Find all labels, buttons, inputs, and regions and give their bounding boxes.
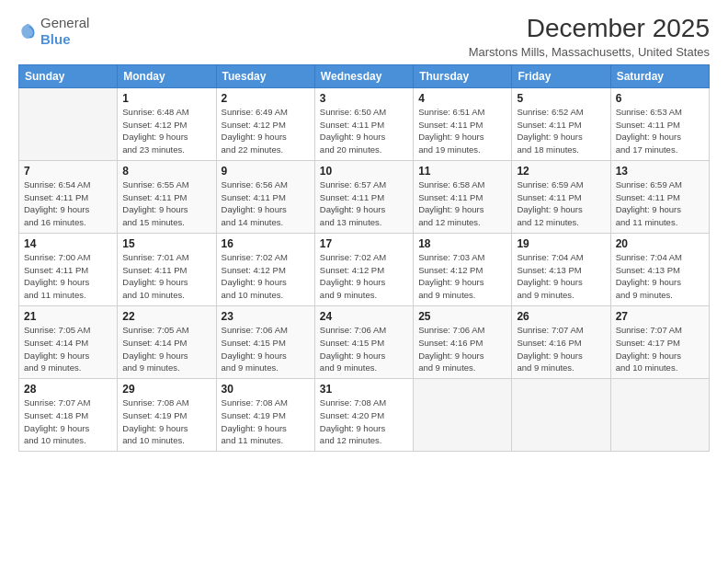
calendar-cell: 4Sunrise: 6:51 AM Sunset: 4:11 PM Daylig… (414, 87, 512, 160)
day-number: 17 (320, 237, 408, 250)
day-info: Sunrise: 6:49 AM Sunset: 4:12 PM Dayligh… (222, 106, 310, 156)
calendar-cell: 22Sunrise: 7:05 AM Sunset: 4:14 PM Dayli… (118, 305, 216, 378)
calendar-cell: 10Sunrise: 6:57 AM Sunset: 4:11 PM Dayli… (314, 160, 413, 233)
day-number: 6 (616, 92, 704, 105)
calendar-cell: 9Sunrise: 6:56 AM Sunset: 4:11 PM Daylig… (216, 160, 314, 233)
title-section: December 2025 Marstons Mills, Massachuse… (469, 15, 710, 59)
calendar-cell (610, 379, 709, 452)
day-number: 9 (222, 165, 310, 178)
day-number: 24 (320, 310, 408, 323)
calendar-header-sunday: Sunday (19, 64, 118, 87)
calendar-cell: 29Sunrise: 7:08 AM Sunset: 4:19 PM Dayli… (118, 379, 216, 452)
calendar-cell: 28Sunrise: 7:07 AM Sunset: 4:18 PM Dayli… (19, 379, 118, 452)
day-info: Sunrise: 6:58 AM Sunset: 4:11 PM Dayligh… (418, 178, 506, 229)
page: General Blue December 2025 Marstons Mill… (0, 0, 728, 563)
day-number: 5 (517, 92, 605, 105)
day-number: 29 (122, 383, 210, 396)
calendar-cell: 3Sunrise: 6:50 AM Sunset: 4:11 PM Daylig… (314, 87, 413, 160)
calendar-week-1: 1Sunrise: 6:48 AM Sunset: 4:12 PM Daylig… (19, 87, 710, 160)
calendar-cell: 6Sunrise: 6:53 AM Sunset: 4:11 PM Daylig… (610, 87, 709, 160)
calendar-header-saturday: Saturday (610, 64, 709, 87)
calendar-header-friday: Friday (512, 64, 610, 87)
day-info: Sunrise: 6:57 AM Sunset: 4:11 PM Dayligh… (320, 178, 408, 229)
logo-text-blue: Blue (40, 31, 71, 47)
calendar-header-tuesday: Tuesday (216, 64, 314, 87)
day-number: 4 (418, 92, 506, 105)
day-number: 13 (616, 165, 704, 178)
day-number: 18 (418, 237, 506, 250)
calendar-cell: 26Sunrise: 7:07 AM Sunset: 4:16 PM Dayli… (512, 305, 610, 378)
calendar-cell: 14Sunrise: 7:00 AM Sunset: 4:11 PM Dayli… (19, 233, 118, 305)
day-info: Sunrise: 7:07 AM Sunset: 4:16 PM Dayligh… (517, 324, 605, 374)
day-number: 25 (418, 310, 506, 323)
calendar-header-row: SundayMondayTuesdayWednesdayThursdayFrid… (19, 64, 710, 87)
calendar-week-2: 7Sunrise: 6:54 AM Sunset: 4:11 PM Daylig… (19, 160, 710, 233)
calendar-cell: 18Sunrise: 7:03 AM Sunset: 4:12 PM Dayli… (414, 233, 512, 305)
day-number: 26 (517, 310, 605, 323)
calendar-cell (19, 87, 118, 160)
day-info: Sunrise: 7:07 AM Sunset: 4:17 PM Dayligh… (616, 324, 704, 374)
calendar-week-3: 14Sunrise: 7:00 AM Sunset: 4:11 PM Dayli… (19, 233, 710, 305)
day-info: Sunrise: 7:04 AM Sunset: 4:13 PM Dayligh… (517, 251, 605, 302)
day-info: Sunrise: 6:54 AM Sunset: 4:11 PM Dayligh… (24, 178, 112, 229)
day-info: Sunrise: 6:59 AM Sunset: 4:11 PM Dayligh… (616, 178, 704, 229)
calendar-cell: 20Sunrise: 7:04 AM Sunset: 4:13 PM Dayli… (610, 233, 709, 305)
day-number: 16 (222, 237, 310, 250)
day-number: 31 (320, 383, 408, 396)
day-number: 11 (418, 165, 506, 178)
day-info: Sunrise: 7:01 AM Sunset: 4:11 PM Dayligh… (122, 251, 210, 302)
calendar-cell (414, 379, 512, 452)
calendar-cell: 11Sunrise: 6:58 AM Sunset: 4:11 PM Dayli… (414, 160, 512, 233)
calendar-cell: 31Sunrise: 7:08 AM Sunset: 4:20 PM Dayli… (314, 379, 413, 452)
day-info: Sunrise: 6:51 AM Sunset: 4:11 PM Dayligh… (418, 106, 506, 156)
day-number: 22 (122, 310, 210, 323)
calendar-header-monday: Monday (118, 64, 216, 87)
main-title: December 2025 (469, 15, 710, 43)
calendar-header-wednesday: Wednesday (314, 64, 413, 87)
calendar-cell: 15Sunrise: 7:01 AM Sunset: 4:11 PM Dayli… (118, 233, 216, 305)
day-info: Sunrise: 6:56 AM Sunset: 4:11 PM Dayligh… (222, 178, 310, 229)
day-info: Sunrise: 7:08 AM Sunset: 4:19 PM Dayligh… (222, 396, 310, 447)
day-info: Sunrise: 6:52 AM Sunset: 4:11 PM Dayligh… (517, 106, 605, 156)
calendar-week-5: 28Sunrise: 7:07 AM Sunset: 4:18 PM Dayli… (19, 379, 710, 452)
calendar-cell: 8Sunrise: 6:55 AM Sunset: 4:11 PM Daylig… (118, 160, 216, 233)
day-info: Sunrise: 7:05 AM Sunset: 4:14 PM Dayligh… (24, 324, 112, 374)
day-number: 3 (320, 92, 408, 105)
logo: General Blue (18, 15, 89, 48)
day-number: 7 (24, 165, 112, 178)
generalblue-logo-icon (18, 22, 37, 40)
calendar-cell: 27Sunrise: 7:07 AM Sunset: 4:17 PM Dayli… (610, 305, 709, 378)
calendar-cell: 24Sunrise: 7:06 AM Sunset: 4:15 PM Dayli… (314, 305, 413, 378)
day-info: Sunrise: 7:05 AM Sunset: 4:14 PM Dayligh… (122, 324, 210, 374)
header: General Blue December 2025 Marstons Mill… (18, 15, 710, 59)
calendar-cell: 16Sunrise: 7:02 AM Sunset: 4:12 PM Dayli… (216, 233, 314, 305)
calendar-cell: 1Sunrise: 6:48 AM Sunset: 4:12 PM Daylig… (118, 87, 216, 160)
day-number: 21 (24, 310, 112, 323)
day-number: 28 (24, 383, 112, 396)
calendar-cell: 17Sunrise: 7:02 AM Sunset: 4:12 PM Dayli… (314, 233, 413, 305)
calendar-cell: 13Sunrise: 6:59 AM Sunset: 4:11 PM Dayli… (610, 160, 709, 233)
subtitle: Marstons Mills, Massachusetts, United St… (469, 45, 710, 59)
day-info: Sunrise: 6:55 AM Sunset: 4:11 PM Dayligh… (122, 178, 210, 229)
day-number: 30 (222, 383, 310, 396)
calendar-cell: 19Sunrise: 7:04 AM Sunset: 4:13 PM Dayli… (512, 233, 610, 305)
calendar-cell: 7Sunrise: 6:54 AM Sunset: 4:11 PM Daylig… (19, 160, 118, 233)
day-info: Sunrise: 7:08 AM Sunset: 4:20 PM Dayligh… (320, 396, 408, 447)
calendar-cell: 30Sunrise: 7:08 AM Sunset: 4:19 PM Dayli… (216, 379, 314, 452)
day-info: Sunrise: 7:07 AM Sunset: 4:18 PM Dayligh… (24, 396, 112, 447)
calendar-cell: 5Sunrise: 6:52 AM Sunset: 4:11 PM Daylig… (512, 87, 610, 160)
day-info: Sunrise: 6:59 AM Sunset: 4:11 PM Dayligh… (517, 178, 605, 229)
day-number: 14 (24, 237, 112, 250)
day-info: Sunrise: 6:50 AM Sunset: 4:11 PM Dayligh… (320, 106, 408, 156)
day-info: Sunrise: 7:06 AM Sunset: 4:16 PM Dayligh… (418, 324, 506, 374)
day-number: 1 (122, 92, 210, 105)
calendar-cell (512, 379, 610, 452)
calendar-cell: 25Sunrise: 7:06 AM Sunset: 4:16 PM Dayli… (414, 305, 512, 378)
day-info: Sunrise: 7:02 AM Sunset: 4:12 PM Dayligh… (222, 251, 310, 302)
calendar-header-thursday: Thursday (414, 64, 512, 87)
day-info: Sunrise: 6:48 AM Sunset: 4:12 PM Dayligh… (122, 106, 210, 156)
day-info: Sunrise: 7:06 AM Sunset: 4:15 PM Dayligh… (320, 324, 408, 374)
day-info: Sunrise: 7:03 AM Sunset: 4:12 PM Dayligh… (418, 251, 506, 302)
day-number: 23 (222, 310, 310, 323)
day-number: 12 (517, 165, 605, 178)
